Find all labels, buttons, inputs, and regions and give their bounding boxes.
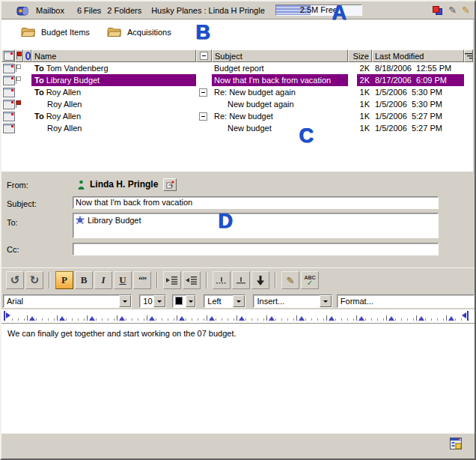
tab-stop-marker: [89, 316, 95, 321]
indent-increase-button[interactable]: [163, 271, 181, 289]
tab-stop-marker: [388, 316, 394, 321]
to-value: Library Budget: [88, 216, 141, 225]
cc-field[interactable]: [73, 243, 439, 255]
folder-icon: [107, 27, 121, 37]
tab-stop-marker: [149, 316, 155, 321]
quote-icon: “”: [138, 275, 146, 286]
row-to-prefix: To: [34, 88, 44, 97]
quote-button[interactable]: “”: [133, 271, 151, 289]
edit-pencil-icon[interactable]: ✎: [448, 5, 457, 15]
row-date: 8/18/2006 12:55 PM: [372, 62, 464, 74]
from-value: Linda H. Pringle: [90, 179, 158, 190]
message-body-editor[interactable]: We can finally get together and start wo…: [1, 324, 475, 433]
flag-icon: [16, 52, 22, 60]
row-size: 1K: [348, 122, 372, 134]
message-icon: [3, 64, 15, 73]
signature-icon: ✎: [287, 275, 295, 286]
indent-decrease-button[interactable]: [183, 271, 201, 289]
dropdown-arrow-button[interactable]: [186, 295, 195, 307]
form-view-button[interactable]: [450, 438, 462, 450]
row-size: 2K: [348, 74, 372, 86]
insert-menu-value: Insert...: [254, 297, 319, 306]
layers-icon[interactable]: [432, 5, 443, 16]
signature-button[interactable]: ✎: [281, 271, 299, 289]
tab-stop-marker: [59, 316, 65, 321]
to-recipient[interactable]: Library Budget: [76, 214, 436, 226]
alignment-select[interactable]: Left: [204, 294, 245, 308]
chevron-down-icon: [123, 300, 127, 305]
clear-tab-button[interactable]: [232, 271, 250, 289]
folder-item-budget-items[interactable]: Budget Items: [21, 27, 90, 37]
dropdown-arrow-button[interactable]: [119, 295, 131, 307]
to-field[interactable]: Library Budget: [73, 213, 439, 238]
collapse-thread-icon[interactable]: [199, 112, 207, 121]
collapse-icon: [200, 52, 208, 60]
column-header-last-modified[interactable]: Last Modified: [372, 49, 464, 62]
annotation-letter-c: C: [299, 127, 314, 145]
font-toolbar: Arial 10 Left Insert... Format...: [1, 292, 475, 309]
chevron-down-icon: [157, 300, 162, 305]
folders-count: 2 Folders: [107, 6, 141, 15]
ruler: [1, 309, 475, 324]
from-label: From:: [7, 181, 28, 190]
column-header-size[interactable]: Size: [348, 49, 372, 62]
history-icon: [166, 181, 174, 189]
list-column-headers: Name Subject Size Last Modified: [1, 49, 473, 62]
signature-pencil-icon[interactable]: ✎: [462, 5, 470, 15]
column-header-collapse[interactable]: [196, 49, 212, 62]
toolbar-separator: [275, 272, 276, 288]
plain-style-button[interactable]: P: [55, 271, 73, 289]
conference-icon: [76, 216, 85, 225]
subject-field[interactable]: Now that I'm back from vacation: [73, 196, 439, 209]
redo-button[interactable]: ↻: [25, 271, 43, 289]
column-header-sort-menu[interactable]: [464, 49, 473, 62]
collapse-thread-icon[interactable]: [199, 88, 207, 97]
tab-stop-marker: [179, 316, 185, 321]
quota-label: 2.5M Free: [276, 5, 361, 15]
undo-button[interactable]: ↺: [6, 271, 24, 289]
column-header-attachment[interactable]: [23, 49, 31, 62]
paperclip-icon: [25, 52, 31, 60]
folder-item-acquisitions[interactable]: Acquisitions: [107, 27, 171, 37]
clear-tab-icon: [235, 276, 247, 285]
set-tab-icon: [216, 276, 228, 285]
column-header-subject[interactable]: Subject: [212, 49, 348, 62]
alignment-value: Left: [204, 297, 233, 306]
redo-icon: ↻: [30, 273, 40, 287]
font-family-value: Arial: [4, 297, 119, 306]
right-margin-marker[interactable]: [461, 311, 469, 321]
move-down-button[interactable]: [251, 271, 269, 289]
insert-menu-select[interactable]: Insert...: [253, 294, 332, 308]
format-menu-select[interactable]: Format...: [337, 294, 475, 308]
row-name: Roy Allen: [46, 112, 81, 121]
dropdown-arrow-button[interactable]: [153, 295, 165, 307]
column-header-flag[interactable]: [15, 49, 23, 62]
font-size-select[interactable]: 10: [139, 294, 165, 308]
sort-menu-icon: [465, 52, 472, 59]
tab-stop-marker: [119, 316, 125, 321]
font-color-select[interactable]: [172, 294, 197, 308]
italic-button[interactable]: I: [94, 271, 112, 289]
underline-button[interactable]: U: [114, 271, 132, 289]
left-margin-marker[interactable]: [4, 311, 11, 321]
row-subject: New budget again: [228, 100, 294, 109]
column-header-item-icon[interactable]: [1, 49, 15, 62]
message-history-button[interactable]: [163, 178, 177, 191]
dropdown-arrow-button[interactable]: [233, 295, 245, 307]
row-name: Roy Allen: [46, 88, 81, 97]
row-subject: New budget: [228, 124, 272, 133]
set-tab-button[interactable]: [213, 271, 231, 289]
files-count: 6 Files: [77, 6, 101, 15]
row-size: 2K: [348, 62, 372, 74]
row-name: Roy Allen: [47, 100, 82, 109]
bold-button[interactable]: B: [75, 271, 93, 289]
message-icon: [3, 124, 15, 133]
flag-outline-icon: [15, 76, 22, 85]
account-name: Husky Planes : Linda H Pringle: [151, 6, 265, 15]
tab-stop-marker: [239, 316, 245, 321]
dropdown-arrow-button[interactable]: [320, 295, 332, 307]
column-header-name[interactable]: Name: [31, 49, 196, 62]
font-family-select[interactable]: Arial: [3, 294, 132, 308]
message-list: ToTom Vandenberg Budget report 2K 8/18/2…: [1, 62, 473, 134]
spell-check-button[interactable]: ABC ✓: [301, 271, 319, 289]
